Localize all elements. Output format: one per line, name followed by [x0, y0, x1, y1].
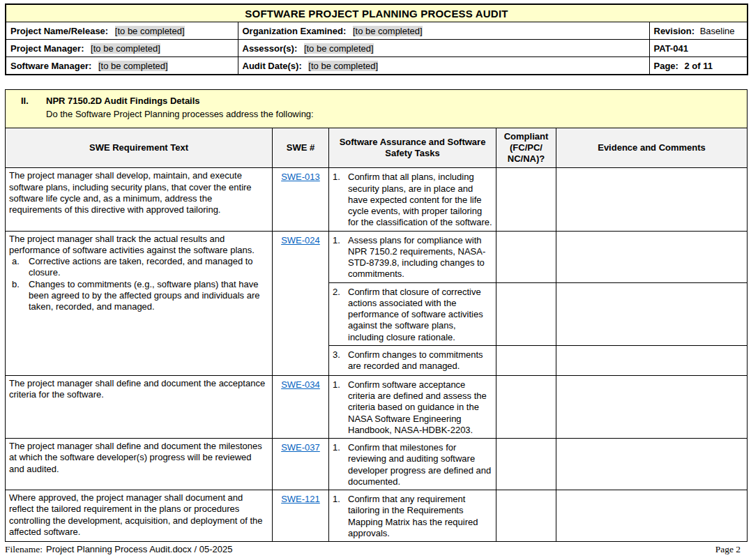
- swe-121-link[interactable]: SWE-121: [281, 494, 320, 504]
- software-manager-field[interactable]: [to be completed]: [98, 61, 168, 71]
- table-row-swe-121: Where approved, the project manager shal…: [6, 490, 748, 542]
- subitem-text: Corrective actions are taken, recorded, …: [29, 256, 268, 279]
- document-page: SOFTWARE PROJECT PLANNING PROCESS AUDIT …: [0, 0, 751, 542]
- document-title: SOFTWARE PROJECT PLANNING PROCESS AUDIT: [245, 8, 508, 20]
- project-manager-cell: Project Manager: [to be completed]: [6, 40, 238, 57]
- task-text: Assess plans for compliance with NPR 715…: [348, 235, 492, 280]
- compliant-cell[interactable]: [496, 168, 556, 231]
- task-number: 1.: [333, 172, 348, 228]
- compliant-cell[interactable]: [496, 345, 556, 375]
- requirement-text: The project manager shall develop, maint…: [9, 170, 268, 215]
- subitem-text: Changes to commitments (e.g., software p…: [29, 279, 268, 313]
- task-text: Confirm that any requirement tailoring i…: [348, 494, 492, 539]
- compliant-cell[interactable]: [496, 490, 556, 542]
- evidence-cell[interactable]: [556, 168, 748, 231]
- compliant-cell[interactable]: [496, 439, 556, 490]
- swe-024-link[interactable]: SWE-024: [281, 235, 320, 245]
- section-banner: II. NPR 7150.2D Audit Findings Details D…: [6, 90, 748, 128]
- assessors-label: Assessor(s):: [243, 43, 298, 54]
- subitem-letter: b.: [12, 279, 29, 313]
- audit-dates-label: Audit Date(s):: [243, 61, 302, 71]
- swe-034-link[interactable]: SWE-034: [281, 379, 320, 390]
- compliant-line-3: NC/NA)?: [499, 153, 553, 165]
- table-row-swe-013: The project manager shall develop, maint…: [6, 168, 748, 231]
- compliant-cell[interactable]: [496, 282, 556, 345]
- title-cell: SOFTWARE PROJECT PLANNING PROCESS AUDIT: [6, 4, 748, 22]
- task-item: 1. Confirm software acceptance criteria …: [333, 378, 492, 436]
- swe-013-link[interactable]: SWE-013: [281, 172, 320, 182]
- organization-field[interactable]: [to be completed]: [353, 26, 423, 36]
- page-indicator-cell: Page: 2 of 11: [649, 57, 748, 75]
- revision-value: Baseline: [700, 26, 735, 36]
- task-text: Confirm that closure of corrective actio…: [348, 287, 492, 343]
- info-row-1: Project Name/Release: [to be completed] …: [6, 22, 748, 40]
- swe-number-cell: SWE-034: [273, 375, 329, 438]
- requirement-text: The project manager shall define and doc…: [9, 378, 268, 401]
- evidence-cell[interactable]: [556, 345, 748, 375]
- assessors-field[interactable]: [to be completed]: [304, 43, 374, 54]
- pat-number-cell: PAT-041: [649, 40, 748, 57]
- project-manager-field[interactable]: [to be completed]: [91, 43, 160, 54]
- task-item: 3. Confirm changes to commitments are re…: [333, 348, 492, 372]
- project-manager-label: Project Manager:: [10, 43, 84, 54]
- task-item: 1. Confirm that all plans, including sec…: [333, 170, 492, 228]
- evidence-cell[interactable]: [556, 375, 748, 438]
- task-cell: 1. Confirm software acceptance criteria …: [329, 375, 496, 438]
- compliant-cell[interactable]: [496, 231, 556, 282]
- table-row-swe-024: The project manager shall track the actu…: [6, 231, 748, 282]
- software-manager-label: Software Manager:: [10, 61, 91, 71]
- task-item: 1. Confirm that milestones for reviewing…: [333, 441, 492, 487]
- project-name-field[interactable]: [to be completed]: [115, 26, 185, 36]
- task-text: Confirm that all plans, including securi…: [348, 172, 492, 228]
- task-text: Confirm that milestones for reviewing an…: [348, 442, 492, 487]
- task-item: 2. Confirm that closure of corrective ac…: [333, 285, 492, 343]
- evidence-cell[interactable]: [556, 490, 748, 542]
- revision-label: Revision:: [654, 26, 695, 36]
- footer-page-number: Page 2: [715, 544, 741, 555]
- compliant-cell[interactable]: [496, 375, 556, 438]
- footer-filename: Filename:Project Planning Process Audit.…: [5, 543, 232, 555]
- section-subheading: Do the Software Project Planning process…: [46, 109, 743, 120]
- section-numeral: II.: [21, 96, 46, 107]
- project-name-cell: Project Name/Release: [to be completed]: [6, 22, 238, 40]
- requirement-cell: The project manager shall develop, maint…: [6, 168, 273, 231]
- task-text: Confirm changes to commitments are recor…: [348, 349, 492, 372]
- swe-number-cell: SWE-037: [273, 439, 329, 490]
- col-header-compliant: Compliant (FC/PC/ NC/NA)?: [496, 128, 556, 168]
- table-row-swe-037: The project manager shall define and doc…: [6, 439, 748, 490]
- task-number: 2.: [333, 287, 348, 343]
- requirement-text: The project manager shall track the actu…: [9, 234, 268, 257]
- task-number: 1.: [333, 442, 348, 487]
- swe-037-link[interactable]: SWE-037: [281, 442, 320, 453]
- revision-cell: Revision: Baseline: [649, 22, 748, 40]
- evidence-cell[interactable]: [556, 231, 748, 282]
- compliant-line-2: (FC/PC/: [499, 142, 553, 153]
- info-row-3: Software Manager: [to be completed] Audi…: [6, 57, 748, 75]
- evidence-cell[interactable]: [556, 439, 748, 490]
- task-item: 1. Confirm that any requirement tailorin…: [333, 492, 492, 539]
- audit-dates-field[interactable]: [to be completed]: [308, 61, 378, 71]
- task-cell: 1. Confirm that all plans, including sec…: [329, 168, 496, 231]
- task-number: 1.: [333, 494, 348, 539]
- task-text: Confirm software acceptance criteria are…: [348, 379, 492, 436]
- info-row-2: Project Manager: [to be completed] Asses…: [6, 40, 748, 57]
- compliant-line-1: Compliant: [499, 131, 553, 142]
- requirement-cell: The project manager shall track the actu…: [6, 231, 273, 375]
- task-item: 1. Assess plans for compliance with NPR …: [333, 234, 492, 280]
- swe-number-cell: SWE-013: [273, 168, 329, 231]
- requirement-subitem-a: a. Corrective actions are taken, recorde…: [12, 256, 268, 279]
- task-cell: 1. Assess plans for compliance with NPR …: [329, 231, 496, 282]
- col-header-tasks: Software Assurance and Software Safety T…: [329, 128, 496, 168]
- requirement-subitem-b: b. Changes to commitments (e.g., softwar…: [12, 279, 268, 313]
- col-header-evidence: Evidence and Comments: [556, 128, 748, 168]
- requirement-cell: Where approved, the project manager shal…: [6, 490, 273, 542]
- audit-findings-table: II. NPR 7150.2D Audit Findings Details D…: [5, 89, 748, 542]
- column-header-row: SWE Requirement Text SWE # Software Assu…: [6, 128, 748, 168]
- section-heading: NPR 7150.2D Audit Findings Details: [46, 96, 200, 107]
- evidence-cell[interactable]: [556, 282, 748, 345]
- col-header-swe: SWE #: [273, 128, 329, 168]
- requirement-text: The project manager shall define and doc…: [9, 441, 268, 475]
- subitem-letter: a.: [12, 256, 29, 279]
- swe-number-cell: SWE-121: [273, 490, 329, 542]
- task-cell: 3. Confirm changes to commitments are re…: [329, 345, 496, 375]
